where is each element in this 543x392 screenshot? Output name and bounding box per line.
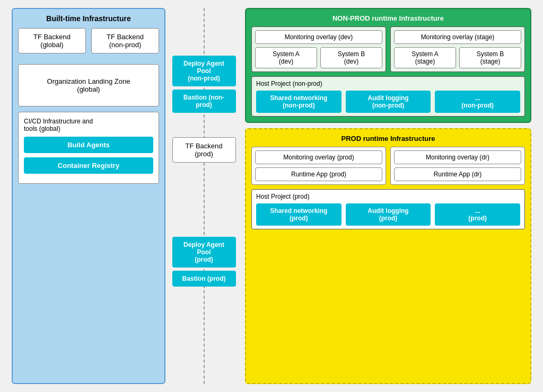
runtime-app-dr-box: Runtime App (dr) [394, 167, 521, 181]
prod-section: PROD runtime Infrastructure Monitoring o… [245, 128, 531, 384]
runtime-app-prod-box: Runtime App (prod) [255, 167, 382, 181]
build-agents-box: Build Agents [24, 137, 153, 153]
container-registry-box: Container Registry [24, 157, 153, 174]
system-a-stage-box: System A (stage) [394, 47, 456, 68]
mid-prod-tf-group: TF Backend (prod) [165, 137, 242, 168]
prod-title: PROD runtime Infrastructure [251, 135, 525, 142]
mid-nonprod-group: Deploy Agent Pool (non-prod) Bastion (no… [165, 56, 242, 116]
cicd-box: CI/CD Infrastructure and tools (global) … [18, 112, 159, 184]
prod-ellipsis-box: ... (prod) [435, 203, 520, 226]
prod-dr-group: Monitoring overlay (dr) Runtime App (dr) [390, 147, 525, 185]
tf-backend-global-label: TF Backend (global) [33, 33, 71, 49]
prod-prod-group: Monitoring overlay (prod) Runtime App (p… [251, 147, 386, 185]
nonprod-shared-networking-box: Shared networking (non-prod) [256, 91, 341, 113]
tf-backend-nonprod-label: TF Backend (non-prod) [107, 33, 144, 49]
monitoring-prod-box: Monitoring overlay (prod) [255, 150, 382, 164]
prod-audit-logging-box: Audit logging (prod) [346, 203, 431, 226]
prod-monitoring-row: Monitoring overlay (prod) Runtime App (p… [251, 147, 525, 185]
middle-panel: Deploy Agent Pool (non-prod) Bastion (no… [165, 8, 242, 384]
diagram-wrapper: Built-time Infrastructure TF Backend (gl… [12, 8, 531, 384]
left-panel-title: Built-time Infrastructure [18, 14, 159, 23]
nonprod-dev-group: Monitoring overlay (dev) System A (dev) … [251, 26, 386, 72]
deploy-agent-prod-box: Deploy Agent Pool (prod) [172, 237, 236, 268]
nonprod-host-project-title: Host Project (non-prod) [256, 80, 520, 87]
monitoring-stage-box: Monitoring overlay (stage) [394, 30, 521, 44]
left-panel: Built-time Infrastructure TF Backend (gl… [12, 8, 165, 384]
bastion-prod-box: Bastion (prod) [172, 271, 236, 287]
nonprod-host-project-box: Host Project (non-prod) Shared networkin… [251, 76, 525, 117]
system-b-stage-box: System B (stage) [459, 47, 521, 68]
nonprod-audit-logging-box: Audit logging (non-prod) [346, 91, 431, 113]
system-a-dev-box: System A (dev) [255, 47, 317, 68]
monitoring-dev-box: Monitoring overlay (dev) [255, 30, 382, 44]
cicd-title: CI/CD Infrastructure and tools (global) [24, 118, 153, 132]
tf-backend-prod-box: TF Backend (prod) [172, 137, 236, 163]
mid-prod-deploy-group: Deploy Agent Pool (prod) Bastion (prod) [165, 237, 242, 290]
tf-backend-nonprod-box: TF Backend (non-prod) [91, 28, 159, 54]
nonprod-title: NON-PROD runtime Infrastructure [251, 14, 525, 22]
prod-host-project-title: Host Project (prod) [256, 193, 520, 200]
prod-host-project-box: Host Project (prod) Shared networking (p… [251, 189, 525, 229]
right-panel: NON-PROD runtime Infrastructure Monitori… [242, 8, 531, 384]
deploy-agent-nonprod-box: Deploy Agent Pool (non-prod) [172, 56, 236, 86]
nonprod-stage-group: Monitoring overlay (stage) System A (sta… [390, 26, 525, 72]
nonprod-host-row: Shared networking (non-prod) Audit loggi… [256, 91, 520, 113]
prod-shared-networking-box: Shared networking (prod) [256, 203, 341, 226]
tf-backend-global-box: TF Backend (global) [18, 28, 86, 54]
nonprod-section: NON-PROD runtime Infrastructure Monitori… [245, 8, 531, 123]
monitoring-dr-box: Monitoring overlay (dr) [394, 150, 521, 164]
system-b-dev-box: System B (dev) [320, 47, 382, 68]
nonprod-monitoring-row: Monitoring overlay (dev) System A (dev) … [251, 26, 525, 72]
dev-system-row: System A (dev) System B (dev) [255, 47, 382, 68]
org-landing-box: Organization Landing Zone (global) [18, 64, 159, 106]
nonprod-ellipsis-box: ... (non-prod) [435, 91, 520, 113]
bastion-nonprod-box: Bastion (non-prod) [172, 90, 236, 113]
prod-host-row: Shared networking (prod) Audit logging (… [256, 203, 520, 226]
stage-system-row: System A (stage) System B (stage) [394, 47, 521, 68]
org-landing-label: Organization Landing Zone (global) [47, 77, 130, 93]
